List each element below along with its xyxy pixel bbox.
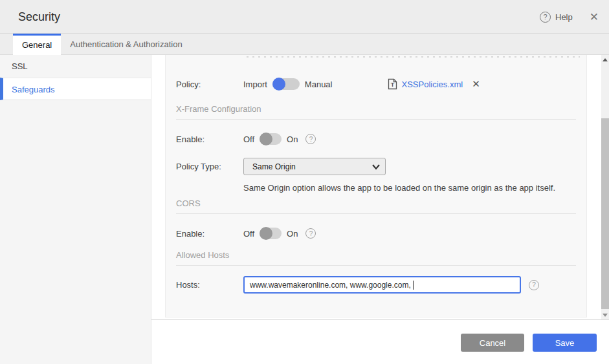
policy-mode-toggle[interactable]: [272, 78, 300, 90]
text-caret: [413, 281, 414, 290]
scroll-down-arrow[interactable]: [601, 310, 609, 319]
tab-general[interactable]: General: [13, 34, 61, 55]
hosts-row: Hosts: www.wavemakeronline.com, www.goog…: [166, 276, 586, 294]
scroll-viewport: Policy: Import Manual T XSSPolicies.xml: [151, 55, 601, 319]
dialog-header: Security ? Help ✕: [0, 0, 609, 34]
section-divider: [176, 213, 576, 214]
allowed-hosts-section-title: Allowed Hosts: [176, 250, 229, 260]
svg-text:T: T: [391, 81, 395, 88]
header-actions: ? Help ✕: [540, 0, 599, 34]
xframe-enable-row: Enable: Off On ?: [166, 131, 586, 147]
tab-bar: General Authentication & Authorization: [0, 34, 609, 55]
cors-off-option[interactable]: Off: [243, 229, 254, 239]
xss-policy-file-link[interactable]: XSSPolicies.xml: [401, 80, 463, 89]
vertical-scrollbar[interactable]: [601, 55, 609, 319]
policy-type-select[interactable]: Same Origin: [243, 158, 386, 175]
policy-label: Policy:: [176, 80, 201, 89]
cors-section-title: CORS: [176, 198, 201, 208]
clipped-row-above: [247, 56, 580, 58]
hosts-label: Hosts:: [176, 280, 200, 290]
safeguards-form: Policy: Import Manual T XSSPolicies.xml: [165, 55, 587, 317]
chevron-down-icon: [372, 164, 380, 170]
hosts-input-value: www.wavemakeronline.com, www.google.com,: [250, 281, 411, 290]
hosts-help-icon[interactable]: ?: [529, 280, 539, 290]
settings-sidebar: SSL Safeguards: [0, 55, 151, 364]
safeguards-panel: Policy: Import Manual T XSSPolicies.xml: [151, 55, 609, 364]
close-icon[interactable]: ✕: [590, 10, 599, 24]
xframe-on-option[interactable]: On: [287, 134, 298, 144]
xframe-section-title: X-Frame Configuration: [176, 104, 261, 114]
help-icon[interactable]: ?: [540, 12, 551, 23]
toggle-knob: [272, 78, 285, 91]
enable-label: Enable:: [176, 229, 205, 239]
section-divider: [176, 119, 576, 120]
scrollbar-thumb[interactable]: [601, 118, 609, 309]
help-button[interactable]: Help: [555, 12, 573, 22]
policy-type-selected-value: Same Origin: [252, 162, 296, 171]
security-dialog: Security ? Help ✕ General Authentication…: [0, 0, 609, 364]
page-title: Security: [18, 0, 60, 34]
toggle-knob: [260, 133, 272, 145]
remove-file-icon[interactable]: ✕: [472, 78, 480, 90]
cors-enable-toggle[interactable]: [260, 228, 282, 239]
dialog-footer: Cancel Save: [151, 319, 609, 364]
cors-on-option[interactable]: On: [287, 229, 298, 239]
xframe-enable-toggle[interactable]: [260, 133, 282, 145]
file-document-icon: T: [388, 78, 397, 90]
xss-policy-file-chip: T XSSPolicies.xml ✕: [388, 78, 480, 90]
policy-type-label: Policy Type:: [176, 162, 221, 171]
hosts-input[interactable]: www.wavemakeronline.com, www.google.com,: [243, 276, 521, 294]
cancel-button[interactable]: Cancel: [461, 334, 524, 352]
tab-authentication-authorization[interactable]: Authentication & Authorization: [61, 34, 191, 55]
toggle-knob: [260, 227, 272, 240]
sidebar-item-ssl[interactable]: SSL: [0, 55, 151, 78]
save-button[interactable]: Save: [533, 334, 597, 352]
policy-type-description: Same Origin option allows the app to be …: [243, 183, 555, 193]
cors-help-icon[interactable]: ?: [305, 228, 316, 239]
xframe-off-option[interactable]: Off: [243, 134, 254, 144]
policy-manual-option[interactable]: Manual: [305, 80, 333, 89]
policy-import-option[interactable]: Import: [243, 80, 267, 89]
xss-policy-row: Policy: Import Manual T XSSPolicies.xml: [166, 76, 586, 92]
xframe-help-icon[interactable]: ?: [305, 134, 316, 144]
enable-label: Enable:: [176, 134, 205, 144]
section-divider: [176, 265, 576, 266]
sidebar-item-safeguards[interactable]: Safeguards: [0, 78, 151, 100]
cors-enable-row: Enable: Off On ?: [166, 226, 586, 241]
policy-type-row: Policy Type: Same Origin: [166, 158, 586, 175]
scroll-up-arrow[interactable]: [601, 55, 609, 64]
